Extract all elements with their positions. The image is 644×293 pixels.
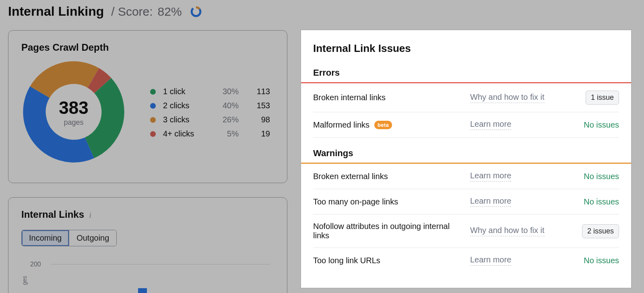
ytick-200: 200 — [30, 261, 41, 268]
crawl-depth-title: Pages Crawl Depth — [21, 42, 274, 53]
page-title: Internal Linking — [8, 4, 104, 19]
issue-title: Broken external links — [313, 172, 388, 181]
legend-dot-icon — [150, 131, 156, 137]
issue-title: Broken internal links — [313, 93, 386, 102]
legend-dot-icon — [150, 89, 156, 95]
internal-links-card: Internal Links i Incoming Outgoing ges 2… — [8, 197, 287, 293]
tab-outgoing[interactable]: Outgoing — [69, 230, 116, 246]
issue-title: Malformed links — [313, 120, 369, 130]
legend-row[interactable]: 4+ clicks 5% 19 — [150, 127, 274, 141]
issue-title: Nofollow attributes in outgoing internal… — [313, 222, 458, 240]
issue-title: Too long link URLs — [313, 256, 380, 265]
issue-status-ok: No issues — [584, 120, 619, 129]
issue-help-link[interactable]: Why and how to fix it — [470, 226, 545, 236]
warnings-section-label: Warnings — [313, 148, 619, 159]
legend-row[interactable]: 1 click 30% 113 — [150, 85, 274, 99]
issue-help-link[interactable]: Learn more — [470, 120, 511, 130]
issue-status-ok: No issues — [584, 172, 619, 181]
issue-row[interactable]: Malformed links beta Learn more No issue… — [313, 112, 619, 138]
chart-bar — [138, 288, 147, 293]
issue-row[interactable]: Broken external links Learn more No issu… — [313, 164, 619, 189]
legend-label: 3 clicks — [163, 115, 203, 124]
crawl-depth-legend: 1 click 30% 113 2 clicks 40% 153 3 click… — [150, 85, 274, 141]
tab-incoming[interactable]: Incoming — [22, 230, 69, 246]
legend-dot-icon — [150, 117, 156, 123]
legend-count: 113 — [242, 87, 270, 96]
internal-links-chart: ges 200 — [21, 256, 274, 293]
crawl-depth-donut: 383 pages — [21, 60, 126, 165]
crawl-depth-total-label: pages — [59, 118, 88, 127]
legend-pct: 30% — [206, 87, 239, 96]
info-icon[interactable]: i — [89, 211, 91, 219]
legend-label: 1 click — [163, 87, 203, 96]
issue-title: Too many on-page links — [313, 197, 398, 206]
tabset: Incoming Outgoing — [21, 230, 117, 246]
legend-pct: 26% — [206, 115, 239, 124]
legend-pct: 40% — [206, 101, 239, 110]
internal-link-issues-panel: Internal Link Issues Errors Broken inter… — [301, 30, 631, 288]
legend-row[interactable]: 2 clicks 40% 153 — [150, 99, 274, 113]
issue-help-link[interactable]: Learn more — [470, 255, 511, 266]
page-header: Internal Linking / Score: 82% — [8, 4, 202, 19]
issue-count-badge[interactable]: 2 issues — [582, 224, 619, 238]
issue-row[interactable]: Too long link URLs Learn more No issues — [313, 248, 619, 273]
legend-count: 98 — [242, 115, 270, 124]
crawl-depth-card: Pages Crawl Depth — [8, 30, 287, 183]
legend-row[interactable]: 3 clicks 26% 98 — [150, 113, 274, 127]
legend-count: 19 — [242, 129, 270, 138]
beta-badge: beta — [374, 121, 392, 129]
score-prefix: / Score: — [111, 5, 153, 19]
issue-help-link[interactable]: Learn more — [470, 196, 511, 207]
legend-label: 4+ clicks — [163, 129, 203, 138]
internal-links-title-text: Internal Links — [21, 209, 84, 220]
issue-status-ok: No issues — [584, 256, 619, 265]
issue-row[interactable]: Broken internal links Why and how to fix… — [313, 83, 619, 112]
issue-help-link[interactable]: Learn more — [470, 171, 511, 182]
issue-help-link[interactable]: Why and how to fix it — [470, 93, 545, 103]
legend-label: 2 clicks — [163, 101, 203, 110]
internal-links-title: Internal Links i — [21, 209, 274, 220]
issue-row[interactable]: Too many on-page links Learn more No iss… — [313, 189, 619, 215]
yaxis-title: ges — [21, 276, 28, 285]
score-value: 82% — [158, 5, 182, 19]
score-mini-donut-icon — [190, 6, 202, 18]
errors-section-label: Errors — [313, 68, 619, 78]
legend-pct: 5% — [206, 129, 239, 138]
legend-count: 153 — [242, 101, 270, 110]
crawl-depth-total: 383 — [59, 99, 88, 117]
issue-count-badge[interactable]: 1 issue — [586, 91, 619, 105]
issues-panel-title: Internal Link Issues — [313, 42, 619, 55]
grid-line — [51, 264, 270, 264]
issue-row[interactable]: Nofollow attributes in outgoing internal… — [313, 215, 619, 248]
legend-dot-icon — [150, 103, 156, 109]
issue-status-ok: No issues — [584, 197, 619, 206]
